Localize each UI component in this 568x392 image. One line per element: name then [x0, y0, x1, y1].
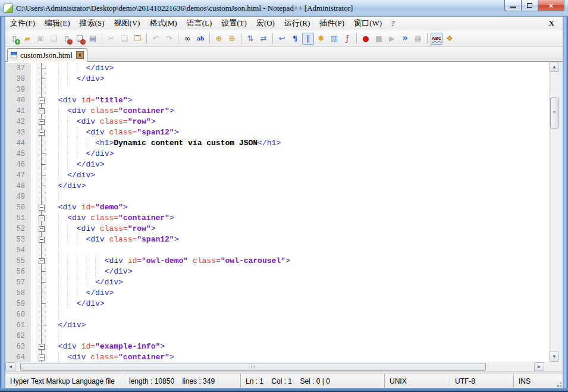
function-list-button[interactable]: ƒ	[341, 33, 353, 45]
fold-collapse-box[interactable]	[36, 106, 46, 117]
title-bar[interactable]: C:\Users\Administrator\Desktop\demo\2014…	[0, 0, 568, 17]
horizontal-scrollbar[interactable]: ◄ ►	[5, 362, 549, 371]
redo-button[interactable]: ↷	[163, 33, 175, 45]
sync-horizontal-scroll-button[interactable]: ⇄	[258, 33, 269, 45]
menu-item-3[interactable]: 视图(V)	[109, 17, 145, 30]
code-line-47[interactable]: 47 </div>	[5, 170, 549, 181]
macro-stop-button[interactable]: ■	[373, 33, 385, 45]
show-all-characters-button[interactable]: ¶	[289, 33, 301, 45]
code-line-60[interactable]: 60	[5, 309, 549, 320]
horizontal-scrollbar-thumb[interactable]	[20, 363, 486, 371]
scroll-down-arrow-icon[interactable]: ▼	[550, 352, 559, 362]
scroll-right-arrow-icon[interactable]: ►	[534, 362, 544, 371]
open-file-button[interactable]: ▰	[21, 33, 33, 45]
cut-button[interactable]: ✂	[105, 33, 117, 45]
code-line-44[interactable]: 44 <h1>Dynamic content via custom JSON</…	[5, 138, 549, 149]
menu-item-1[interactable]: 编辑(E)	[40, 17, 75, 30]
show-indent-guide-button[interactable]: ∥	[302, 33, 314, 45]
macro-play-button[interactable]: ▶	[386, 33, 398, 45]
fold-minus-icon[interactable]	[39, 130, 45, 136]
vertical-scrollbar-thumb[interactable]	[550, 98, 558, 128]
fold-minus-icon[interactable]	[39, 355, 45, 360]
word-wrap-button[interactable]: ↩	[276, 33, 288, 45]
new-file-button[interactable]: ▯+	[8, 33, 20, 45]
fold-collapse-box[interactable]	[36, 127, 46, 138]
code-line-50[interactable]: 50 <div id="demo">	[5, 202, 549, 213]
code-line-58[interactable]: 58 </div>	[5, 288, 549, 299]
code-line-51[interactable]: 51 <div class="container">	[5, 213, 549, 224]
spell-check-button[interactable]: ABC	[431, 33, 443, 45]
fold-minus-icon[interactable]	[39, 226, 45, 232]
menu-item-9[interactable]: 插件(P)	[315, 17, 349, 30]
macro-record-button[interactable]: ●	[360, 33, 372, 45]
menu-item-7[interactable]: 宏(O)	[252, 17, 280, 30]
fold-minus-icon[interactable]	[39, 237, 45, 243]
fold-collapse-box[interactable]	[36, 117, 46, 127]
close-button[interactable]: ×	[538, 0, 564, 11]
code-line-48[interactable]: 48 </div>	[5, 181, 549, 192]
paste-button[interactable]: ❒	[131, 33, 143, 45]
save-file-button[interactable]: ▣	[34, 33, 46, 45]
close-file-button[interactable]: ▯−	[61, 33, 73, 45]
fold-minus-icon[interactable]	[39, 205, 45, 211]
vertical-scrollbar[interactable]: ▲ ▼	[549, 62, 559, 362]
menu-item-8[interactable]: 运行(R)	[280, 17, 315, 30]
sync-vertical-scroll-button[interactable]: ⇅	[244, 33, 256, 45]
code-line-39[interactable]: 39	[5, 84, 549, 95]
resize-grip-icon[interactable]	[560, 385, 561, 387]
copy-button[interactable]: ❏	[118, 33, 130, 45]
menu-item-10[interactable]: 窗口(W)	[349, 17, 387, 30]
code-line-52[interactable]: 52 <div class="row">	[5, 224, 549, 234]
fold-collapse-box[interactable]	[36, 234, 46, 245]
fold-minus-icon[interactable]	[39, 108, 45, 114]
code-line-43[interactable]: 43 <div class="span12">	[5, 127, 549, 138]
fold-collapse-box[interactable]	[36, 224, 46, 234]
scroll-up-arrow-icon[interactable]: ▲	[550, 62, 559, 72]
menu-item-0[interactable]: 文件(F)	[5, 17, 40, 30]
document-map-button[interactable]: ▥	[328, 33, 340, 45]
scroll-left-arrow-icon[interactable]: ◄	[5, 362, 15, 371]
status-eol[interactable]: UNIX	[385, 374, 450, 388]
status-encoding[interactable]: UTF-8	[450, 374, 514, 388]
minimize-button[interactable]	[504, 0, 522, 11]
macro-run-multiple-button[interactable]: »	[399, 33, 411, 45]
undo-button[interactable]: ↶	[150, 33, 162, 45]
save-all-button[interactable]: ❏	[48, 33, 59, 45]
code-editor[interactable]: 37 </div>38 </div>3940 <div id="title">4…	[5, 62, 549, 362]
code-line-45[interactable]: 45 </div>	[5, 149, 549, 159]
close-all-button[interactable]: ❏−	[74, 33, 86, 45]
status-cursor[interactable]: Ln : 1 Col : 1 Sel : 0 | 0	[241, 374, 385, 388]
menu-item-5[interactable]: 语言(L)	[182, 17, 217, 30]
macro-save-button[interactable]: ▦	[412, 33, 424, 45]
zoom-out-button[interactable]: ⊖	[226, 33, 238, 45]
fold-collapse-box[interactable]	[36, 352, 46, 362]
plugin-button[interactable]: ❖	[444, 33, 456, 45]
code-line-61[interactable]: 61 </div>	[5, 320, 549, 331]
code-line-54[interactable]: 54	[5, 245, 549, 256]
menu-item-6[interactable]: 设置(T)	[216, 17, 252, 30]
code-line-62[interactable]: 62	[5, 331, 549, 341]
fold-collapse-box[interactable]	[36, 256, 46, 266]
print-button[interactable]: ▤	[87, 33, 99, 45]
status-mode[interactable]: INS	[514, 374, 563, 388]
close-document-button[interactable]: X	[547, 18, 557, 28]
fold-minus-icon[interactable]	[39, 119, 45, 125]
code-line-42[interactable]: 42 <div class="row">	[5, 117, 549, 127]
tab-close-button[interactable]: x	[76, 51, 84, 59]
fold-minus-icon[interactable]	[39, 344, 45, 350]
code-line-56[interactable]: 56 </div>	[5, 266, 549, 277]
find-button[interactable]: ∞	[181, 33, 193, 45]
tab-customjson[interactable]: customJson.html x	[7, 48, 87, 62]
code-line-53[interactable]: 53 <div class="span12">	[5, 234, 549, 245]
code-line-57[interactable]: 57 </div>	[5, 277, 549, 288]
fold-collapse-box[interactable]	[36, 341, 46, 352]
code-line-64[interactable]: 64 <div class="container">	[5, 352, 549, 362]
fold-minus-icon[interactable]	[39, 98, 45, 104]
code-line-40[interactable]: 40 <div id="title">	[5, 95, 549, 106]
maximize-button[interactable]	[522, 0, 538, 11]
code-line-59[interactable]: 59 </div>	[5, 299, 549, 309]
code-line-41[interactable]: 41 <div class="container">	[5, 106, 549, 117]
replace-button[interactable]: ab	[194, 33, 206, 45]
menu-item-2[interactable]: 搜索(S)	[75, 17, 109, 30]
code-line-55[interactable]: 55 <div id="owl-demo" class="owl-carouse…	[5, 256, 549, 266]
